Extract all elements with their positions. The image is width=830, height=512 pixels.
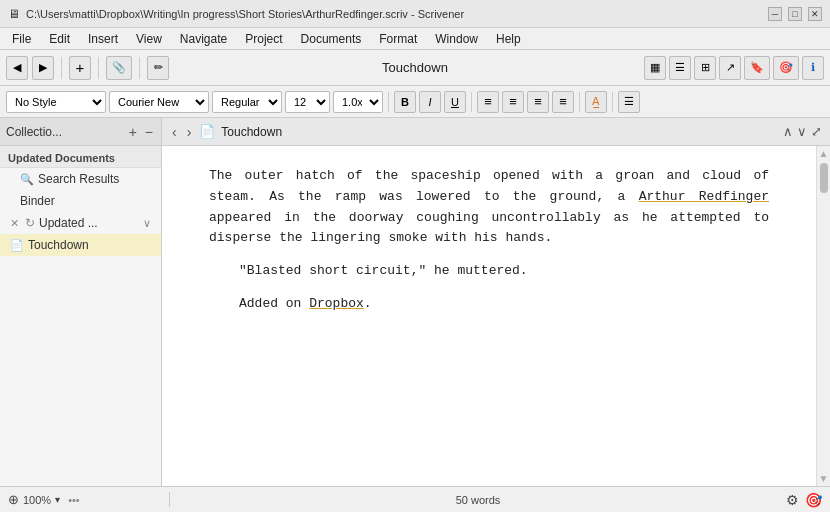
add-button[interactable]: + [69, 56, 91, 80]
menu-documents[interactable]: Documents [293, 30, 370, 48]
expand-icon[interactable]: ∨ [143, 217, 151, 230]
status-bar: ⊕ 100% ▾ ••• 50 words ⚙ 🎯 [0, 486, 830, 512]
sidebar-header: Collectio... + − [0, 118, 161, 146]
menu-project[interactable]: Project [237, 30, 290, 48]
columns-icon[interactable]: ☰ [669, 56, 691, 80]
editor-area[interactable]: The outer hatch of the spaceship opened … [162, 146, 816, 486]
main-area: Collectio... + − Updated Documents 🔍 Sea… [0, 118, 830, 486]
close-button[interactable]: ✕ [808, 7, 822, 21]
add-status-button[interactable]: ⊕ [8, 492, 19, 507]
align-justify-button[interactable]: ≡ [552, 91, 574, 113]
align-right-button[interactable]: ≡ [527, 91, 549, 113]
outline-icon[interactable]: ⊞ [694, 56, 716, 80]
dropbox-underline: Dropbox [309, 296, 364, 311]
content-wrapper: The outer hatch of the spaceship opened … [162, 146, 830, 486]
underline-color-button[interactable]: A̲ [585, 91, 607, 113]
toolbar-separator-1 [61, 57, 62, 79]
sidebar-touchdown-label: Touchdown [28, 238, 89, 252]
minimize-button[interactable]: ─ [768, 7, 782, 21]
fmt-separator-4 [612, 92, 613, 112]
title-bar-path: C:\Users\matti\Dropbox\Writing\In progre… [26, 8, 768, 20]
forward-button[interactable]: ▶ [32, 56, 54, 80]
zoom-dropdown[interactable]: ▾ [55, 494, 60, 505]
scroll-thumb[interactable] [820, 163, 828, 193]
content-forward-button[interactable]: › [185, 124, 194, 140]
content-header: ‹ › 📄 Touchdown ∧ ∨ ⤢ [162, 118, 830, 146]
more-options[interactable]: ••• [68, 494, 80, 506]
menu-bar: File Edit Insert View Navigate Project D… [0, 28, 830, 50]
menu-window[interactable]: Window [427, 30, 486, 48]
content-header-right: ∧ ∨ ⤢ [783, 124, 822, 139]
sidebar-collapse-button[interactable]: − [143, 124, 155, 140]
list-button[interactable]: ☰ [618, 91, 640, 113]
target-icon[interactable]: 🎯 [773, 56, 799, 80]
editor-text: The outer hatch of the spaceship opened … [209, 166, 769, 315]
size-select[interactable]: 12 [285, 91, 330, 113]
expand-content-button[interactable]: ⤢ [811, 124, 822, 139]
main-toolbar: ◀ ▶ + 📎 ✏ Touchdown ▦ ☰ ⊞ ↗ 🔖 🎯 ℹ [0, 50, 830, 86]
sidebar-item-touchdown[interactable]: 📄 Touchdown [0, 234, 161, 256]
zoom-level: 100% [23, 494, 51, 506]
menu-file[interactable]: File [4, 30, 39, 48]
name-underline: Arthur Redfinger [639, 189, 769, 204]
word-count: 50 words [456, 494, 501, 506]
style-select[interactable]: No Style [6, 91, 106, 113]
paragraph-2: "Blasted short circuit," he muttered. [239, 261, 769, 282]
font-select[interactable]: Courier New [109, 91, 209, 113]
sidebar-item-updated[interactable]: ✕ ↻ Updated ... ∨ [0, 212, 161, 234]
sidebar-item-binder[interactable]: Binder [0, 190, 161, 212]
search-icon: 🔍 [20, 173, 34, 186]
grid-icon[interactable]: ▦ [644, 56, 666, 80]
back-button[interactable]: ◀ [6, 56, 28, 80]
bookmark-icon[interactable]: 🔖 [744, 56, 770, 80]
status-left: ⊕ 100% ▾ ••• [8, 492, 170, 507]
document-icon: 📄 [10, 239, 24, 252]
toolbar-right: ▦ ☰ ⊞ ↗ 🔖 🎯 ℹ [644, 56, 824, 80]
formatting-toolbar: No Style Courier New Regular 12 1.0x B I… [0, 86, 830, 118]
scroll-down-button[interactable]: ∨ [797, 124, 807, 139]
bold-button[interactable]: B [394, 91, 416, 113]
sidebar-item-search-results[interactable]: 🔍 Search Results [0, 168, 161, 190]
sidebar-section-updated: Updated Documents [0, 146, 161, 168]
title-bar: 🖥 C:\Users\matti\Dropbox\Writing\In prog… [0, 0, 830, 28]
underline-button[interactable]: U [444, 91, 466, 113]
doc-title: Touchdown [221, 125, 282, 139]
content-back-button[interactable]: ‹ [170, 124, 179, 140]
status-center: 50 words [170, 494, 786, 506]
fmt-separator-3 [579, 92, 580, 112]
toolbar-separator-3 [139, 57, 140, 79]
scroll-up-arrow[interactable]: ▲ [819, 148, 829, 159]
spacing-select[interactable]: 1.0x [333, 91, 383, 113]
scroll-down-arrow[interactable]: ▼ [819, 473, 829, 484]
maximize-button[interactable]: □ [788, 7, 802, 21]
align-center-button[interactable]: ≡ [502, 91, 524, 113]
italic-button[interactable]: I [419, 91, 441, 113]
doc-icon: 📄 [199, 124, 215, 139]
weight-select[interactable]: Regular [212, 91, 282, 113]
paperclip-button[interactable]: 📎 [106, 56, 132, 80]
export-icon[interactable]: ↗ [719, 56, 741, 80]
scrollbar[interactable]: ▲ ▼ [816, 146, 830, 486]
toolbar-separator-2 [98, 57, 99, 79]
align-left-button[interactable]: ≡ [477, 91, 499, 113]
close-icon[interactable]: ✕ [10, 217, 19, 230]
fmt-separator-2 [471, 92, 472, 112]
target-status-icon[interactable]: 🎯 [805, 492, 822, 508]
settings-icon[interactable]: ⚙ [786, 492, 799, 508]
sidebar-updated-label: Updated ... [39, 216, 98, 230]
sidebar-search-results-label: Search Results [38, 172, 119, 186]
paragraph-3: Added on Dropbox. [239, 294, 769, 315]
menu-insert[interactable]: Insert [80, 30, 126, 48]
edit-button[interactable]: ✏ [147, 56, 169, 80]
menu-format[interactable]: Format [371, 30, 425, 48]
menu-help[interactable]: Help [488, 30, 529, 48]
scroll-up-button[interactable]: ∧ [783, 124, 793, 139]
status-right: ⚙ 🎯 [786, 492, 822, 508]
sidebar-binder-label: Binder [20, 194, 55, 208]
content-pane: ‹ › 📄 Touchdown ∧ ∨ ⤢ The outer hatch of… [162, 118, 830, 486]
menu-view[interactable]: View [128, 30, 170, 48]
sidebar-add-button[interactable]: + [127, 124, 139, 140]
menu-edit[interactable]: Edit [41, 30, 78, 48]
info-icon[interactable]: ℹ [802, 56, 824, 80]
menu-navigate[interactable]: Navigate [172, 30, 235, 48]
